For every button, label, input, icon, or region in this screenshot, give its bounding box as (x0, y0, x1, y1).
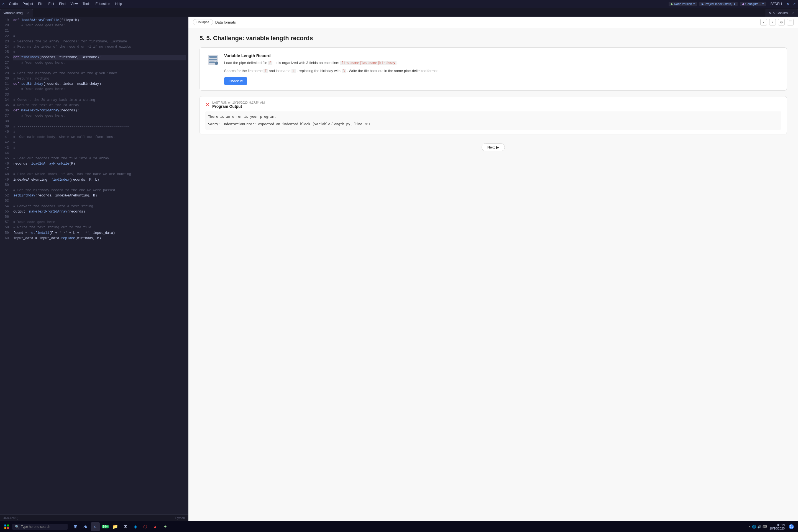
list-icon[interactable]: ☰ (787, 19, 794, 25)
tray-volume-icon[interactable]: 🔊 (757, 525, 761, 529)
taskbar-folder-icon[interactable]: 📁 (111, 522, 120, 531)
program-output-card: ✕ LAST RUN on 10/10/2020, 9:17:54 AM Pro… (200, 96, 787, 134)
code-lines[interactable]: def load2dArrayFromFile(filepath): # You… (11, 17, 188, 514)
tab-variable-leng-label: variable-leng... (4, 11, 25, 15)
taskbar-edge-icon[interactable]: ◈ (131, 522, 140, 531)
taskbar-codio-icon[interactable]: C (91, 522, 100, 531)
main-content: 1920212223242526272829303132333435363738… (0, 17, 798, 521)
clock-time: 09:19 (770, 524, 785, 527)
check-it-button[interactable]: Check It! (224, 77, 247, 85)
start-button[interactable] (2, 522, 11, 531)
output-meta-group: LAST RUN on 10/10/2020, 9:17:54 AM Progr… (212, 101, 265, 109)
taskbar-clock[interactable]: 09:19 10/10/2020 (770, 524, 785, 530)
menu-project[interactable]: Project (20, 1, 35, 6)
card-text-write: . Write the file back out in the same pi… (347, 69, 439, 73)
next-arrow-icon: ▶ (496, 145, 499, 149)
menu-tools[interactable]: Tools (80, 1, 93, 6)
editor-language: Python (175, 516, 185, 519)
svg-rect-8 (7, 527, 9, 529)
challenge-panel: Collapse Data formats ‹ › ⚙ ☰ 5. 5. Chal… (188, 17, 798, 521)
tab-challenge[interactable]: 5. 5. Challen... ✕ (765, 9, 798, 17)
taskbar: 🔍 Type here to search ⊞ Ai C 99+ 📁 ✉ ◈ ⬡… (0, 521, 798, 532)
tray-network-icon[interactable]: 🌐 (752, 525, 756, 529)
tab-variable-leng[interactable]: variable-leng... ✕ (0, 9, 33, 17)
tray-keyboard-icon[interactable]: ⌨ (762, 525, 767, 529)
node-version-dot: ▶ (671, 2, 673, 6)
tray-up-icon[interactable]: ∧ (748, 525, 751, 529)
code-area[interactable]: 1920212223242526272829303132333435363738… (0, 17, 188, 514)
editor-position: 46% (28:0) (3, 516, 18, 519)
svg-rect-3 (209, 61, 215, 63)
ai-icon[interactable]: Ai (81, 522, 90, 531)
menu-view[interactable]: View (69, 1, 80, 6)
svg-rect-5 (4, 525, 6, 527)
taskbar-badge-icon[interactable]: 99+ (101, 522, 110, 531)
node-version-selector[interactable]: ▶ Node version ▾ (669, 2, 697, 6)
card-title: Variable Length Record (224, 53, 780, 58)
taskbar-search-text: Type here to search (21, 525, 50, 529)
tab-challenge-label: 5. 5. Challen... (769, 11, 791, 15)
next-button-area: Next ▶ (200, 140, 787, 155)
tab-challenge-close[interactable]: ✕ (792, 11, 794, 14)
card-code-p: P (268, 61, 272, 65)
app-logo: ○ (2, 2, 4, 6)
output-header: ✕ LAST RUN on 10/10/2020, 9:17:54 AM Pro… (205, 101, 781, 109)
next-nav-button[interactable]: › (769, 19, 776, 25)
tab-variable-leng-close[interactable]: ✕ (27, 11, 30, 14)
line-numbers: 1920212223242526272829303132333435363738… (0, 17, 11, 514)
project-index-label: Project Index (static) (705, 2, 733, 5)
project-index-dot: ▶ (702, 2, 704, 6)
challenge-title: 5. 5. Challenge: variable length records (200, 35, 787, 42)
panel-toolbar: Collapse Data formats ‹ › ⚙ ☰ (188, 17, 798, 28)
editor-status-bar: 46% (28:0) Python (0, 514, 188, 521)
sync-icon[interactable]: ↻ (786, 2, 790, 6)
output-body: There is an error is your program. Sorry… (205, 111, 781, 130)
external-link-icon[interactable]: ↗ (793, 2, 796, 6)
menu-codio[interactable]: Codio (7, 1, 20, 6)
taskbar-tray: ∧ 🌐 🔊 ⌨ (748, 525, 767, 529)
card-text-period: . (397, 61, 398, 65)
search-magnifier-icon: 🔍 (15, 525, 19, 529)
taskbar-office-icon[interactable]: ⬡ (141, 522, 150, 531)
prev-nav-button[interactable]: ‹ (760, 19, 767, 25)
menu-education[interactable]: Education (93, 1, 112, 6)
code-editor: 1920212223242526272829303132333435363738… (0, 17, 188, 521)
card-body: Variable Length Record Load the pipe-del… (224, 53, 780, 85)
svg-point-4 (215, 61, 218, 65)
card-code-b: B (342, 69, 346, 73)
configure-selector[interactable]: ◆ Configure... ▾ (740, 2, 766, 6)
panel-data-formats-title: Data formats (215, 20, 236, 24)
svg-rect-7 (4, 527, 6, 529)
notification-badge: 21 (789, 524, 794, 529)
output-error-text: There is an error is your program. (208, 114, 778, 119)
configure-label: Configure... (745, 2, 761, 5)
next-button[interactable]: Next ▶ (481, 143, 505, 151)
card-code-l: L (291, 69, 296, 73)
clock-date: 10/10/2020 (770, 527, 785, 530)
card-text-replacing: , replacing the birthday with (297, 69, 341, 73)
task-view-icon[interactable]: ⊞ (71, 522, 80, 531)
menu-edit[interactable]: Edit (46, 1, 57, 6)
project-index-selector[interactable]: ▶ Project Index (static) ▾ (699, 2, 738, 6)
menu-file[interactable]: File (36, 1, 45, 6)
notification-icon[interactable]: 21 (787, 522, 796, 531)
menu-bar-right: ▶ Node version ▾ ▶ Project Index (static… (669, 2, 796, 6)
taskbar-extra-icon[interactable]: ✦ (161, 522, 170, 531)
taskbar-acrobat-icon[interactable]: ▲ (151, 522, 159, 531)
settings-icon[interactable]: ⚙ (778, 19, 785, 25)
card-description-1: Load the pipe-delimited file P . It is o… (224, 60, 780, 66)
svg-rect-1 (209, 56, 217, 58)
node-version-chevron: ▾ (693, 2, 695, 6)
collapse-button[interactable]: Collapse (193, 19, 213, 25)
menu-find[interactable]: Find (57, 1, 68, 6)
card-text-and: and lastname (269, 69, 290, 73)
svg-rect-6 (7, 525, 9, 527)
menu-help[interactable]: Help (113, 1, 125, 6)
user-label: BFDELL (771, 2, 783, 6)
challenge-content: 5. 5. Challenge: variable length records… (188, 28, 798, 161)
taskbar-mail-icon[interactable]: ✉ (121, 522, 130, 531)
output-detail-text: Sorry: IndentationError: expected an ind… (208, 122, 778, 127)
card-code-f: F (264, 69, 268, 73)
menu-bar: ○ Codio Project File Edit Find View Tool… (0, 0, 798, 8)
taskbar-search-box[interactable]: 🔍 Type here to search (12, 524, 68, 530)
